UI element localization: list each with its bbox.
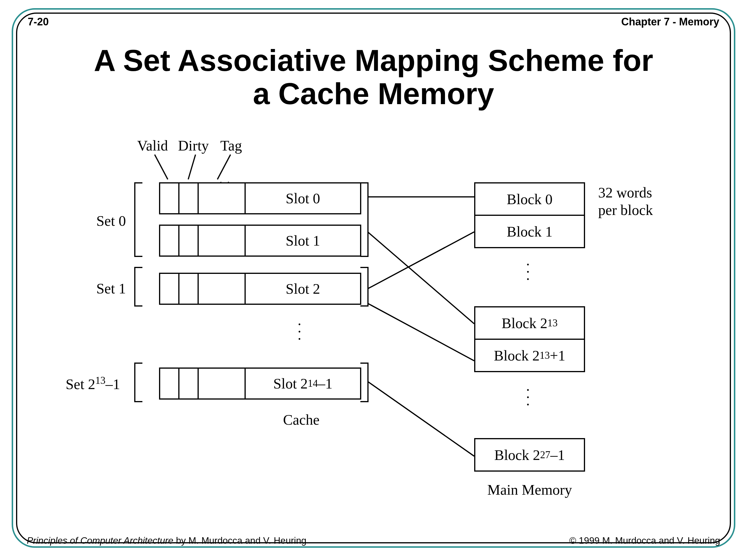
setlast-bracket-right [360, 363, 368, 402]
svg-line-9 [368, 303, 474, 361]
dirty-bit-0 [178, 182, 199, 214]
setlast-label: Set 213–1 [66, 375, 120, 393]
tag-label: Tag [220, 137, 242, 154]
valid-bit-2 [159, 273, 179, 305]
block-last: Block 227–1 [474, 438, 585, 472]
set1-label: Set 1 [96, 280, 126, 297]
tag-2 [198, 273, 246, 305]
cache-vdots: ··· [298, 321, 302, 343]
diagram-lines [58, 137, 689, 510]
valid-label: Valid [137, 137, 168, 154]
valid-bit-1 [159, 224, 179, 257]
valid-bit-0 [159, 182, 179, 214]
block-0: Block 0 [474, 182, 585, 216]
mem-vdots-2: ··· [526, 386, 530, 408]
setlast-bracket [134, 363, 143, 402]
page-title: A Set Associative Mapping Scheme for a C… [0, 44, 747, 110]
by-authors: by M. Murdocca and V. Heuring [173, 535, 306, 546]
footer-citation: Principles of Computer Architecture by M… [27, 535, 306, 546]
dirty-bit-1 [178, 224, 199, 257]
valid-bit-last [159, 368, 179, 400]
set1-bracket-right [360, 267, 368, 306]
block-1: Block 1 [474, 215, 585, 248]
mem-vdots-1: ··· [526, 261, 530, 283]
set1-bracket [134, 267, 143, 306]
set0-bracket [134, 182, 143, 257]
slot-0: Slot 0 [244, 182, 361, 214]
svg-line-7 [368, 232, 474, 324]
tag-0 [198, 182, 246, 214]
words-per-block-note: 32 words per block [598, 184, 653, 219]
svg-line-1 [188, 155, 196, 179]
tag-last [198, 368, 246, 400]
dirty-bit-last [178, 368, 199, 400]
page-number: 7-20 [28, 16, 49, 28]
set0-label: Set 0 [96, 212, 126, 229]
dirty-label: Dirty [178, 137, 209, 154]
title-line-1: A Set Associative Mapping Scheme for [94, 44, 653, 77]
svg-line-2 [217, 155, 231, 179]
set0-bracket-right [360, 182, 368, 257]
cache-label: Cache [283, 411, 319, 428]
chapter-label: Chapter 7 - Memory [621, 16, 719, 28]
dirty-bit-2 [178, 273, 199, 305]
main-memory-label: Main Memory [487, 481, 572, 498]
slot-2: Slot 2 [244, 273, 361, 305]
block-2-13: Block 213 [474, 306, 585, 340]
svg-line-8 [368, 232, 474, 289]
diagram: Valid Dirty Tag 14 Set 0 Set 1 Set 213–1 [58, 137, 689, 510]
tag-1 [198, 224, 246, 257]
book-title: Principles of Computer Architecture [27, 535, 173, 546]
slot-1: Slot 1 [244, 224, 361, 257]
block-2-13-plus-1: Block 213+1 [474, 339, 585, 372]
svg-line-10 [368, 381, 474, 456]
svg-line-0 [155, 155, 168, 179]
slot-last: Slot 214–1 [244, 368, 361, 400]
title-line-2: a Cache Memory [253, 77, 494, 110]
footer-copyright: © 1999 M. Murdocca and V. Heuring [569, 535, 720, 546]
